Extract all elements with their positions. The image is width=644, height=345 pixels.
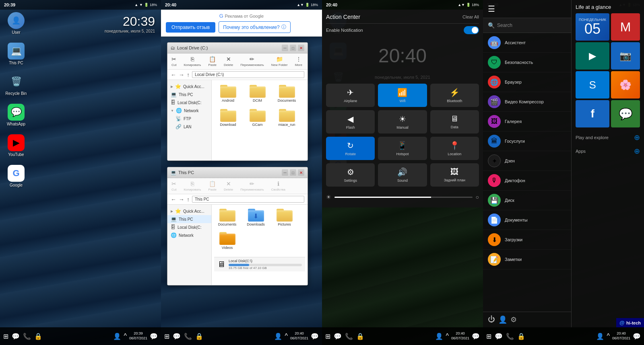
cut-button-2[interactable]: ✂ Cut [170, 180, 178, 192]
task-icon-6[interactable]: 🔒 [195, 333, 203, 340]
play-explore-add-icon[interactable]: ⊕ [634, 133, 640, 142]
paste-button-1[interactable]: 📋 Paste [207, 55, 218, 68]
file-item-documents-2[interactable]: Documents [214, 207, 240, 228]
start-icon-4[interactable]: ⊞ [486, 333, 491, 340]
newfolder-button-1[interactable]: 📁 New Folder [270, 55, 289, 68]
chat-icon-2[interactable]: 💬 [311, 333, 319, 340]
start-icon-3[interactable]: ⊞ [325, 333, 330, 340]
start-app-videocomp[interactable]: 🎬 Видео Компрессор [483, 92, 571, 112]
quick-btn-bluetooth[interactable]: ⚡ Bluetooth [430, 84, 479, 107]
rename-button-1[interactable]: ✏ Переименовать [239, 55, 266, 68]
start-app-docs[interactable]: 📄 Документы [483, 210, 571, 230]
address-path-2[interactable]: This PC [192, 196, 304, 203]
quick-btn-wallpaper[interactable]: 🖼 Задний план [430, 163, 479, 187]
apps-add-icon[interactable]: ⊕ [634, 147, 640, 156]
sidebar-lan-1[interactable]: 🔗 LAN [167, 123, 211, 131]
file-item-pictures[interactable]: Pictures [271, 207, 297, 228]
quick-btn-settings[interactable]: ⚙ Settings [326, 163, 375, 187]
quick-btn-airplane[interactable]: ✈ Airplane [326, 84, 375, 107]
up-button-2[interactable]: ↑ [187, 196, 190, 203]
back-button-1[interactable]: ← [171, 72, 176, 78]
file-item-download[interactable]: Download [215, 107, 241, 128]
sidebar-localdisk-1[interactable]: 🗄 Local Disk(C: [167, 99, 211, 107]
task-icon-7[interactable]: 💬 [334, 333, 342, 340]
sidebar-quickacc-2[interactable]: ▶ ⭐ Quick Acc... [167, 207, 211, 215]
minimize-button-2[interactable]: ─ [282, 169, 288, 176]
up-button-1[interactable]: ↑ [187, 72, 190, 78]
person-icon-3[interactable]: 👤 [435, 333, 443, 340]
copy-button-2[interactable]: ⎘ Копировать [182, 180, 202, 192]
sidebar-quickacc-1[interactable]: ▶ ⭐ Quick Acc... [167, 82, 211, 90]
quick-btn-hotspot[interactable]: 📱 Hotspot [378, 137, 427, 160]
start-app-gosuslugi[interactable]: 🏛 Госуслуги [483, 131, 571, 151]
task-icon-3[interactable]: 🔒 [34, 333, 42, 340]
hamburger-icon[interactable]: ☰ [483, 0, 571, 18]
facebook-tile[interactable]: f [576, 100, 609, 127]
quick-btn-location[interactable]: 📍 Location [430, 137, 479, 160]
user-icon-start[interactable]: 👤 [498, 315, 507, 324]
task-icon-8[interactable]: 📞 [345, 333, 353, 340]
start-app-disk[interactable]: 💾 Диск [483, 191, 571, 210]
chevron-icon-4[interactable]: ^ [607, 333, 610, 340]
sidebar-network-2[interactable]: 🌐 Network [167, 231, 211, 239]
quick-btn-manual[interactable]: ☀ Manual [378, 110, 427, 133]
date-tile[interactable]: понедельник 05 [576, 13, 609, 41]
youtube-icon-1[interactable]: ▶ YouTube [4, 134, 28, 157]
back-button-2[interactable]: ← [171, 196, 176, 203]
ad-why-button[interactable]: Почему это объявление? ⓘ [219, 21, 291, 33]
camera-tile[interactable]: 📷 [611, 42, 640, 70]
task-icon-2[interactable]: 📞 [23, 333, 31, 340]
start-app-browser[interactable]: 🌐 Браузер [483, 72, 571, 92]
chat-icon-1[interactable]: 💬 [150, 333, 158, 340]
cut-button-1[interactable]: ✂ Cut [170, 55, 178, 68]
quick-btn-wifi[interactable]: 📶 Wifi [378, 84, 427, 107]
ac-clear-button[interactable]: Clear All [462, 14, 479, 19]
skype-tile[interactable]: S [576, 71, 609, 99]
sidebar-localdisk-2[interactable]: 🗄 Local Disk(C: [167, 223, 211, 231]
start-app-gallery[interactable]: 🖼 Галерея [483, 112, 571, 131]
user-icon-1[interactable]: 👤 User [4, 12, 28, 35]
start-icon-1[interactable]: ⊞ [3, 333, 8, 340]
settings-bottom-icon[interactable]: ⚙ [510, 315, 517, 324]
start-app-notes[interactable]: 📝 Заметки [483, 250, 571, 269]
notif-toggle[interactable] [464, 26, 479, 34]
chevron-icon-3[interactable]: ^ [446, 333, 449, 340]
task-icon-5[interactable]: 📞 [184, 333, 192, 340]
minimize-button-1[interactable]: ─ [282, 45, 288, 51]
start-app-downloads[interactable]: ⬇ Загрузки [483, 230, 571, 250]
quick-btn-data[interactable]: 🖥 Data [430, 110, 479, 133]
delete-button-1[interactable]: ✕ Delete [222, 55, 235, 68]
start-app-dzen[interactable]: ✦ Дзен [483, 151, 571, 171]
start-app-diktofon[interactable]: 🎙 Диктофон [483, 171, 571, 191]
task-icon-4[interactable]: 💬 [173, 333, 181, 340]
brightness-slider[interactable] [334, 197, 473, 198]
quick-btn-sound[interactable]: 🔊 Sound [378, 163, 427, 187]
sidebar-network-1[interactable]: ▼ 🌐 Network [167, 107, 211, 115]
file-item-miacerun[interactable]: miace_run [274, 107, 300, 128]
more-button-1[interactable]: ⋮ More [293, 55, 304, 68]
delete-button-2[interactable]: ✕ Delete [222, 180, 235, 192]
quick-btn-flash[interactable]: ◀ Flash [326, 110, 375, 133]
file-item-downloads[interactable]: ⬇ Downloads [243, 207, 269, 228]
whatsapp-icon-1[interactable]: 💬 WhatsApp [4, 104, 28, 126]
quick-btn-rotate[interactable]: ↻ Rotate [326, 137, 375, 160]
rename-button-2[interactable]: ✏ Переименовать [239, 180, 266, 192]
gmail-tile[interactable]: M [611, 13, 640, 41]
sidebar-ftp-1[interactable]: 📡 FTP [167, 115, 211, 123]
photos-tile[interactable]: 🌸 [611, 71, 640, 99]
recycle-icon-1[interactable]: 🗑️ Recycle Bin [4, 73, 28, 96]
address-path-1[interactable]: Local Drive (C:\) [192, 71, 304, 78]
task-icon-11[interactable]: 📞 [506, 333, 514, 340]
person-icon-2[interactable]: 👤 [274, 333, 282, 340]
restore-button-2[interactable]: □ [290, 169, 296, 176]
task-icon-10[interactable]: 💬 [495, 333, 503, 340]
power-icon[interactable]: ⏻ [488, 315, 495, 324]
start-app-security[interactable]: 🛡 Безопасность [483, 53, 571, 72]
chat-icon-4[interactable]: 💬 [633, 333, 641, 340]
file-item-dcim[interactable]: DCIM [244, 83, 270, 104]
close-button-1[interactable]: ✕ [298, 45, 304, 51]
forward-button-1[interactable]: → [179, 72, 184, 78]
file-item-videos[interactable]: Videos [214, 230, 240, 251]
person-icon-4[interactable]: 👤 [596, 333, 604, 340]
chat-icon-3[interactable]: 💬 [472, 333, 480, 340]
